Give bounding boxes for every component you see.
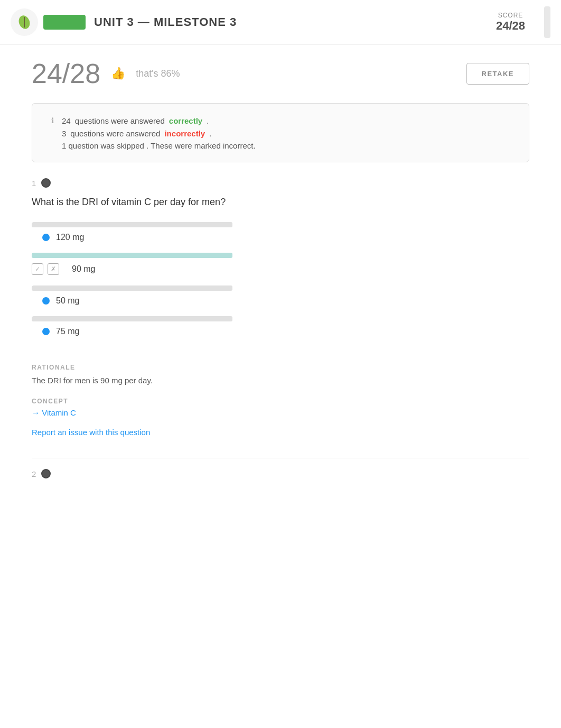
answer-text-1: 120 mg: [56, 233, 84, 242]
score-emoji: 👍: [111, 67, 125, 80]
answer-content-2: ✓ ✗ 90 mg: [32, 260, 529, 280]
answer-dot-3: [42, 297, 50, 305]
question-1-text: What is the DRI of vitamin C per day for…: [32, 195, 529, 209]
answer-icon-x: ✗: [48, 263, 59, 275]
question-1-number: 1: [32, 179, 36, 188]
question-1-number-row: 1: [32, 178, 529, 188]
question-2-status-dot: [41, 469, 51, 478]
answer-text-3: 50 mg: [56, 296, 79, 306]
main-score: 24/28: [32, 58, 100, 89]
summary-row1-end: .: [207, 116, 209, 125]
answer-bar-4: [32, 316, 232, 321]
answer-option-4: 75 mg: [32, 316, 529, 342]
answer-bar-2: [32, 253, 232, 258]
question-2-section: 2: [0, 469, 561, 478]
summary-row1-text1: questions were answered: [75, 116, 165, 125]
answer-option-2: ✓ ✗ 90 mg: [32, 253, 529, 280]
summary-row2-end: .: [209, 129, 211, 138]
page-header: UNIT 3 — MILESTONE 3 SCORE 24/28: [0, 0, 561, 45]
answer-icon-checkmark: ✓: [32, 263, 43, 275]
answer-content-1: 120 mg: [32, 229, 529, 247]
answer-bar-3: [32, 285, 232, 291]
question-1-status-dot: [41, 178, 51, 188]
summary-row1-count: 24: [62, 116, 71, 125]
concept-link[interactable]: → Vitamin C: [32, 408, 529, 417]
question-divider: [32, 458, 529, 458]
answer-option-3: 50 mg: [32, 285, 529, 311]
header-accent: [544, 6, 550, 38]
rationale-text: The DRI for men is 90 mg per day.: [32, 374, 529, 387]
summary-row3-text: 1 question was skipped . These were mark…: [62, 141, 256, 150]
concept-label: CONCEPT: [32, 398, 529, 405]
answer-dot-4: [42, 328, 50, 335]
logo-leaf-icon: [16, 14, 32, 30]
score-value: 24/28: [496, 19, 525, 33]
score-section: 24/28 👍 that's 86% RETAKE: [0, 45, 561, 98]
summary-row-1: ℹ 24 questions were answered correctly .: [47, 115, 514, 126]
retake-button[interactable]: RETAKE: [466, 63, 529, 85]
summary-info-icon: ℹ: [47, 115, 58, 126]
summary-row2-text1: questions were answered: [70, 129, 160, 138]
question-1-section: 1 What is the DRI of vitamin C per day f…: [0, 178, 561, 437]
summary-row-3: 1 question was skipped . These were mark…: [47, 141, 514, 150]
answer-text-2: 90 mg: [72, 264, 95, 274]
answer-dot-1: [42, 234, 50, 241]
answer-content-4: 75 mg: [32, 324, 529, 342]
logo-bar: [43, 15, 86, 30]
answer-text-4: 75 mg: [56, 327, 79, 336]
summary-row2-count: 3: [62, 129, 66, 138]
answer-bar-1: [32, 222, 232, 227]
report-issue-link[interactable]: Report an issue with this question: [32, 428, 529, 437]
summary-box: ℹ 24 questions were answered correctly .…: [32, 103, 529, 162]
summary-row1-correct: correctly: [169, 116, 202, 125]
question-2-number-row: 2: [32, 469, 529, 478]
score-label: SCORE: [496, 12, 525, 19]
rationale-label: RATIONALE: [32, 364, 529, 371]
logo-circle: [11, 8, 38, 36]
answer-content-3: 50 mg: [32, 293, 529, 311]
summary-row-2: 3 questions were answered incorrectly .: [47, 129, 514, 138]
answer-icons-row-2: ✓ ✗: [32, 263, 59, 275]
summary-row2-incorrect: incorrectly: [164, 129, 205, 138]
page-title: UNIT 3 — MILESTONE 3: [94, 15, 237, 29]
answer-option-1: 120 mg: [32, 222, 529, 247]
score-percent: that's 86%: [136, 68, 180, 79]
rationale-section: RATIONALE The DRI for men is 90 mg per d…: [32, 358, 529, 437]
header-score: SCORE 24/28: [485, 6, 536, 38]
question-2-number: 2: [32, 469, 36, 478]
